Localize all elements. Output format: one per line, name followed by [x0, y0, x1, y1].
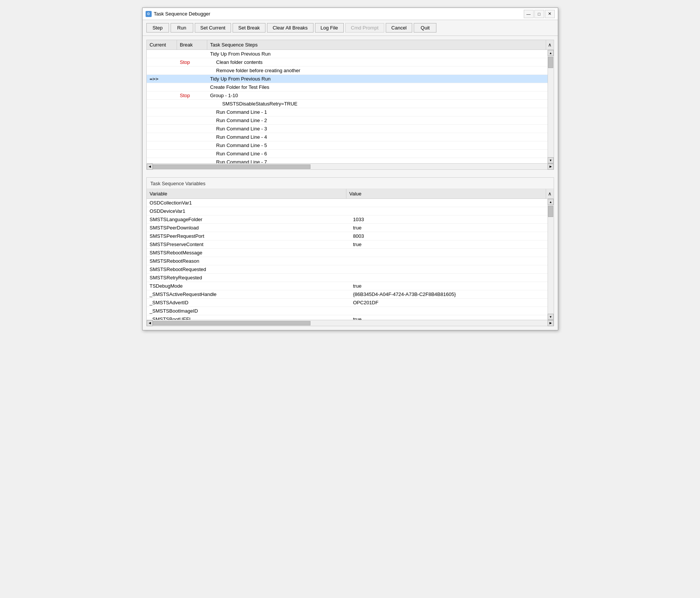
cell-step: Run Command Line - 5 [207, 141, 554, 149]
cell-variable: OSDDeviceVar1 [147, 207, 350, 215]
scroll-up-arrow[interactable]: ▲ [548, 50, 554, 56]
table-row[interactable]: OSDCollectionVar1 [147, 199, 554, 207]
scroll-down-arrow[interactable]: ▼ [548, 157, 554, 163]
cell-variable: SMSTSRetryRequested [147, 274, 350, 282]
cell-break [177, 133, 207, 141]
table-row[interactable]: Create Folder for Test Files [147, 83, 554, 91]
run-button[interactable]: Run [171, 23, 193, 33]
table-row[interactable]: SMSTSRebootReason [147, 257, 554, 265]
var-scroll-up-arrow[interactable]: ▲ [548, 199, 554, 205]
cell-step: Run Command Line - 7 [207, 158, 554, 163]
var-scroll-right-arrow[interactable]: ▶ [548, 320, 554, 326]
cell-variable: _SMSTSBootImageID [147, 307, 350, 315]
cell-current [147, 83, 177, 91]
sequence-table-header: Current Break Task Sequence Steps ∧ [147, 40, 554, 50]
cell-current [147, 133, 177, 141]
cell-value [350, 265, 554, 273]
minimize-button[interactable]: — [524, 10, 534, 18]
table-row[interactable]: SMSTSDisableStatusRetry=TRUE [147, 100, 554, 108]
table-row[interactable]: SMSTSRebootMessage [147, 249, 554, 257]
cell-variable: SMSTSRebootRequested [147, 265, 350, 273]
title-bar: ⚙ Task Sequence Debugger — □ ✕ [143, 8, 558, 20]
set-break-button[interactable]: Set Break [233, 23, 265, 33]
cell-break [177, 75, 207, 83]
set-current-button[interactable]: Set Current [195, 23, 231, 33]
step-button[interactable]: Step [146, 23, 169, 33]
scroll-thumb[interactable] [153, 164, 311, 169]
cell-variable: SMSTSLanguageFolder [147, 215, 350, 223]
table-row[interactable]: =>> Tidy Up From Previous Run [147, 75, 554, 83]
table-row[interactable]: _SMSTSBootUEFI true [147, 315, 554, 320]
header-var-scroll-up[interactable]: ∧ [546, 189, 554, 198]
sequence-horizontal-scrollbar[interactable]: ◀ ▶ [147, 163, 554, 169]
table-row[interactable]: SMSTSPeerRequestPort 8003 [147, 232, 554, 240]
table-row[interactable]: SMSTSLanguageFolder 1033 [147, 215, 554, 224]
table-row[interactable]: Run Command Line - 5 [147, 141, 554, 150]
table-row[interactable]: SMSTSPeerDownload true [147, 224, 554, 232]
table-row[interactable]: SMSTSRetryRequested [147, 274, 554, 282]
table-row[interactable]: _SMSTSAdvertID OPC201DF [147, 299, 554, 307]
table-row[interactable]: SMSTSRebootRequested [147, 265, 554, 274]
sequence-table-container: Current Break Task Sequence Steps ∧ Tidy… [147, 40, 554, 169]
cell-current [147, 58, 177, 66]
cell-break: Stop [177, 58, 207, 66]
cell-current [147, 125, 177, 133]
table-row[interactable]: Run Command Line - 7 [147, 158, 554, 163]
cell-value [350, 307, 554, 315]
window-title: Task Sequence Debugger [154, 11, 211, 17]
log-file-button[interactable]: Log File [315, 23, 344, 33]
header-value: Value [346, 189, 546, 198]
cmd-prompt-button[interactable]: Cmd Prompt [345, 23, 384, 33]
cell-step: Clean folder contents [207, 58, 554, 66]
table-row[interactable]: _SMSTSBootImageID [147, 307, 554, 315]
variables-vertical-scrollbar[interactable]: ▲ ▼ [548, 199, 554, 320]
header-variable: Variable [147, 189, 346, 198]
var-scroll-thumb-h[interactable] [153, 321, 311, 325]
header-steps: Task Sequence Steps [207, 40, 546, 50]
table-row[interactable]: _SMSTSActiveRequestHandle {86B345D4-A04F… [147, 290, 554, 299]
header-scroll-up[interactable]: ∧ [546, 40, 554, 50]
cell-current [147, 67, 177, 74]
table-row[interactable]: TSDebugMode true [147, 282, 554, 290]
cell-current [147, 141, 177, 149]
cell-value [350, 257, 554, 265]
sequence-table-body: Tidy Up From Previous Run Stop Clean fol… [147, 50, 554, 163]
cell-break [177, 108, 207, 116]
table-row[interactable]: Stop Clean folder contents [147, 58, 554, 67]
scroll-left-arrow[interactable]: ◀ [147, 164, 153, 170]
cell-variable: SMSTSRebootMessage [147, 249, 350, 257]
cancel-button[interactable]: Cancel [386, 23, 412, 33]
cell-current [147, 158, 177, 163]
cell-value: 8003 [350, 232, 554, 240]
cell-break [177, 150, 207, 158]
clear-all-breaks-button[interactable]: Clear All Breaks [267, 23, 313, 33]
cell-value: true [350, 282, 554, 290]
table-row[interactable]: Run Command Line - 6 [147, 150, 554, 158]
cell-break [177, 116, 207, 124]
scroll-thumb[interactable] [548, 57, 553, 68]
cell-step: Run Command Line - 1 [207, 108, 554, 116]
variables-horizontal-scrollbar[interactable]: ◀ ▶ [147, 320, 554, 326]
table-row[interactable]: Stop Group - 1-10 [147, 91, 554, 100]
table-row[interactable]: Run Command Line - 4 [147, 133, 554, 141]
var-scroll-down-arrow[interactable]: ▼ [548, 314, 554, 320]
close-button[interactable]: ✕ [545, 10, 555, 18]
var-scroll-left-arrow[interactable]: ◀ [147, 320, 153, 326]
table-row[interactable]: Run Command Line - 1 [147, 108, 554, 116]
table-row[interactable]: SMSTSPreserveContent true [147, 240, 554, 249]
maximize-button[interactable]: □ [534, 10, 544, 18]
table-row[interactable]: Run Command Line - 2 [147, 116, 554, 125]
table-row[interactable]: Tidy Up From Previous Run [147, 50, 554, 58]
sequence-vertical-scrollbar[interactable]: ▲ ▼ [548, 50, 554, 163]
table-row[interactable]: Remove folder before creating another [147, 67, 554, 75]
scroll-right-arrow[interactable]: ▶ [548, 164, 554, 170]
cell-variable: SMSTSRebootReason [147, 257, 350, 265]
cell-value: 1033 [350, 215, 554, 223]
var-scroll-thumb[interactable] [548, 206, 553, 217]
table-row[interactable]: Run Command Line - 3 [147, 125, 554, 133]
cell-current: =>> [147, 75, 177, 83]
header-break: Break [177, 40, 207, 50]
quit-button[interactable]: Quit [414, 23, 436, 33]
window-controls: — □ ✕ [524, 10, 555, 18]
table-row[interactable]: OSDDeviceVar1 [147, 207, 554, 215]
